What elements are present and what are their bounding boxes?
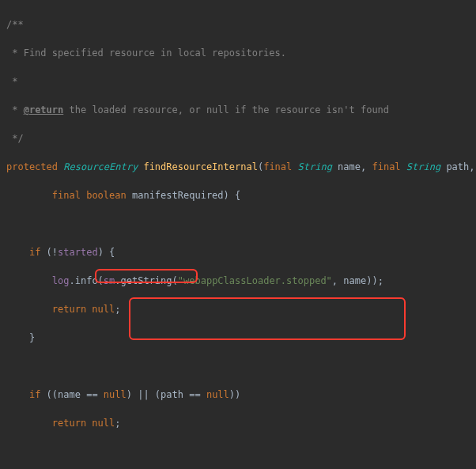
indent (6, 190, 52, 201)
kw-if: if (29, 389, 40, 400)
code-line: * (0, 74, 476, 89)
kw-null: null (104, 389, 127, 400)
code-line: final boolean manifestRequired) { (0, 188, 476, 202)
code-line: protected ResourceEntry findResourceInte… (0, 160, 476, 174)
type: ResourceEntry (63, 161, 138, 172)
type-bool: boolean (86, 190, 127, 201)
code-line: if ((name == null) || (path == null)) (0, 388, 476, 402)
code-line: return null; (0, 302, 476, 316)
code-line: } (0, 331, 476, 345)
field: log (52, 275, 70, 286)
doc-comment: * (6, 76, 17, 87)
kw-return: return null (52, 418, 115, 429)
param: manifestRequired) { (127, 190, 241, 201)
param: path (440, 161, 469, 172)
blank-line (0, 217, 476, 231)
string: "webappClassLoader.stopped" (178, 275, 332, 286)
kw-null: null (206, 389, 229, 400)
type: String (406, 161, 440, 172)
code-line: return null; (0, 416, 476, 430)
doc-comment: * Find specified resource in local repos… (6, 47, 286, 59)
code-line: log.info(sm.getString("webappClassLoader… (0, 274, 476, 288)
code-line: /** (0, 17, 476, 32)
doc-comment: the loaded resource, or null if the reso… (63, 104, 389, 115)
kw-if: if (29, 247, 40, 258)
code-line: if (!started) { (0, 245, 476, 259)
doc-comment: /** (6, 19, 24, 30)
doc-comment: * (6, 104, 24, 115)
param: name (332, 161, 361, 172)
type: String (298, 161, 332, 172)
kw-return: return null (52, 304, 115, 315)
comma: , (361, 161, 372, 172)
code-line: * Find specified resource in local repos… (0, 46, 476, 60)
blank-line (0, 444, 476, 459)
code-line: */ (0, 131, 476, 146)
field: started (58, 247, 98, 258)
kw-final: final (52, 190, 81, 201)
kw-protected: protected (6, 161, 58, 172)
doc-comment: */ (6, 133, 24, 144)
method-name: findResourceInternal (143, 161, 258, 172)
code-editor: /** * Find specified resource in local r… (0, 3, 476, 469)
field: sm (104, 275, 115, 286)
kw-final: final (372, 161, 400, 172)
comma: , (469, 161, 474, 172)
doc-tag: @return (24, 104, 64, 115)
kw-final: final (263, 161, 292, 172)
blank-line (0, 359, 476, 373)
code-line: * @return the loaded resource, or null i… (0, 103, 476, 117)
